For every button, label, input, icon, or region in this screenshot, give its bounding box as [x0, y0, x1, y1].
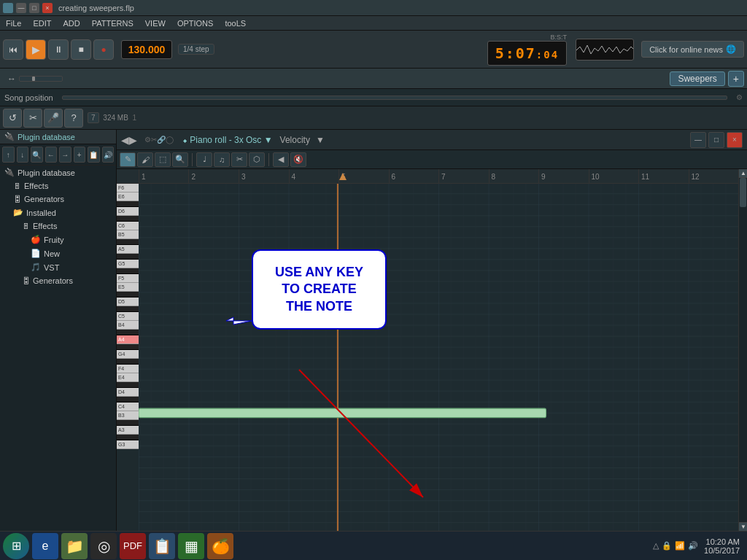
key-d4[interactable]: D4 — [117, 388, 139, 397]
key-fs5[interactable] — [117, 268, 139, 274]
vertical-scrollbar[interactable]: ▲ ▼ — [738, 169, 747, 531]
key-c4[interactable]: C4 — [117, 402, 139, 411]
scroll-track[interactable] — [739, 178, 747, 522]
key-e4[interactable]: E4 — [117, 373, 139, 382]
key-g5[interactable]: G5 — [117, 260, 139, 268]
menu-add[interactable]: ADD — [60, 18, 82, 29]
velocity-label[interactable]: Velocity — [280, 135, 310, 145]
pause-button[interactable]: ⏸ — [48, 39, 69, 60]
nav-down[interactable]: ↓ — [17, 147, 29, 163]
sidebar-item-fruity[interactable]: 🍎 Fruity — [0, 233, 116, 246]
menu-options[interactable]: OPTIONS — [174, 18, 217, 29]
pr-tool-cut[interactable]: ✂ — [231, 152, 247, 167]
key-cs5[interactable] — [117, 306, 139, 312]
pr-tool-note[interactable]: ♩ — [196, 152, 212, 167]
key-eb6[interactable] — [117, 201, 139, 207]
sidebar-item-new[interactable]: 📄 New — [0, 246, 116, 260]
grid-content[interactable]: USE ANY KEY TO CREATE THE NOTE — [139, 184, 738, 531]
nav-up[interactable]: ↑ — [2, 147, 15, 163]
minimize-button[interactable]: — — [16, 3, 26, 13]
record-button[interactable]: ● — [93, 39, 114, 60]
pr-tool-select[interactable]: ⬚ — [155, 152, 171, 167]
stop-button[interactable]: ■ — [71, 39, 91, 60]
pr-tool-vol[interactable]: ◀ — [273, 152, 289, 167]
scroll-up-button[interactable]: ▲ — [739, 169, 747, 178]
sidebar-item-installed[interactable]: 📂 Installed — [0, 206, 116, 219]
maximize-button[interactable]: □ — [29, 3, 39, 13]
key-e5[interactable]: E5 — [117, 283, 139, 292]
key-g3[interactable]: G3 — [117, 440, 139, 449]
key-f5[interactable]: F5 — [117, 274, 139, 283]
pr-nav-icon[interactable]: ◀▶ — [121, 134, 137, 146]
nav-search[interactable]: 🔍 — [31, 147, 43, 163]
nav-next[interactable]: → — [59, 147, 71, 163]
sidebar-item-plugin-database[interactable]: 🔌 Plugin database — [0, 166, 116, 179]
taskbar-explorer[interactable]: 📁 — [61, 533, 88, 559]
tool-mic[interactable]: 🎤 — [44, 109, 63, 128]
key-cs4[interactable] — [117, 397, 139, 402]
key-e6[interactable]: E6 — [117, 192, 139, 201]
key-ab3[interactable] — [117, 435, 139, 440]
key-d6[interactable]: D6 — [117, 207, 139, 216]
play-button[interactable]: ▶ — [26, 39, 46, 60]
close-button[interactable]: × — [42, 3, 53, 13]
step-label[interactable]: 1/4 step — [178, 44, 214, 55]
pr-tool-zoom[interactable]: 🔍 — [172, 152, 188, 167]
key-b5[interactable]: B5 — [117, 230, 139, 239]
sidebar-item-generators[interactable]: 🎛 Generators — [0, 192, 116, 206]
key-a5[interactable]: A5 — [117, 245, 139, 254]
key-a4[interactable]: A4 — [117, 335, 139, 344]
sidebar-item-effects-2[interactable]: 🎚 Effects — [0, 219, 116, 233]
online-news-button[interactable]: Click for online news 🌐 — [641, 41, 744, 58]
taskbar-ie[interactable]: e — [32, 533, 58, 559]
pr-tool-glue[interactable]: ⬡ — [249, 152, 265, 167]
pr-tool-cursor[interactable]: ✎ — [120, 152, 136, 167]
taskbar-chrome[interactable]: ◎ — [90, 533, 117, 559]
key-g4[interactable]: G4 — [117, 350, 139, 359]
piano-keys[interactable]: F6 E6 D6 C6 B5 — [117, 169, 139, 531]
menu-view[interactable]: VIEW — [142, 18, 169, 29]
tool-refresh[interactable]: ↺ — [3, 109, 22, 128]
pr-close[interactable]: × — [727, 132, 743, 148]
taskbar-app6[interactable]: ▦ — [178, 533, 204, 559]
sidebar-item-generators2[interactable]: 🎛 Generators — [0, 274, 116, 287]
taskbar-app5[interactable]: 📋 — [149, 533, 175, 559]
pr-tool-paint[interactable]: 🖌 — [137, 152, 153, 167]
key-eb4[interactable] — [117, 382, 139, 388]
sidebar-item-vst[interactable]: 🎵 VST — [0, 260, 116, 274]
taskbar-fruity[interactable]: 🍊 — [207, 533, 233, 559]
nav-prev[interactable]: ← — [45, 147, 58, 163]
key-fs4[interactable] — [117, 359, 139, 365]
menu-tools[interactable]: tooLS — [222, 18, 249, 29]
key-c6[interactable]: C6 — [117, 222, 139, 230]
bpm-display[interactable]: 130.000 — [121, 40, 172, 59]
grid-area[interactable]: 123456789101112 — [139, 169, 738, 531]
key-bb3[interactable] — [117, 420, 139, 426]
nav-copy[interactable]: 📋 — [88, 147, 100, 163]
start-button[interactable]: ⊞ — [3, 533, 29, 559]
key-bb4[interactable] — [117, 330, 139, 335]
rewind-button[interactable]: ⏮ — [3, 39, 23, 60]
pr-maximize[interactable]: □ — [708, 132, 724, 148]
nav-add[interactable]: + — [74, 147, 86, 163]
key-c5[interactable]: C5 — [117, 312, 139, 321]
key-b3[interactable]: B3 — [117, 411, 139, 420]
pr-tool-mute[interactable]: 🔇 — [290, 152, 306, 167]
scroll-down-button[interactable]: ▼ — [739, 522, 747, 531]
key-eb5[interactable] — [117, 292, 139, 298]
sidebar-item-effects-1[interactable]: 🎚 Effects — [0, 179, 116, 192]
key-f4[interactable]: F4 — [117, 365, 139, 373]
menu-patterns[interactable]: PATTERNS — [89, 18, 136, 29]
tool-cut[interactable]: ✂ — [23, 109, 42, 128]
key-a3[interactable]: A3 — [117, 426, 139, 435]
menu-file[interactable]: FiLe — [3, 18, 24, 29]
key-ab4[interactable] — [117, 344, 139, 350]
pr-tool-chord[interactable]: ♫ — [214, 152, 230, 167]
taskbar-pdf[interactable]: PDF — [120, 533, 146, 559]
sweepers-add-button[interactable]: + — [728, 71, 744, 87]
tool-help[interactable]: ? — [64, 109, 83, 128]
key-ab5[interactable] — [117, 254, 139, 260]
nav-audio[interactable]: 🔊 — [102, 147, 115, 163]
scroll-thumb[interactable] — [740, 178, 746, 207]
key-d5[interactable]: D5 — [117, 298, 139, 306]
